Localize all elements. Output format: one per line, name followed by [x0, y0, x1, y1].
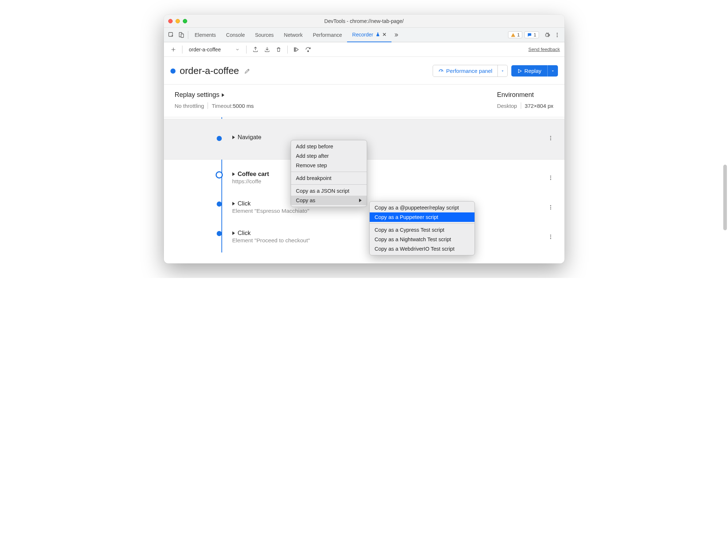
- inspect-icon[interactable]: [166, 30, 176, 40]
- device-value: Desktop: [497, 103, 517, 109]
- close-window-button[interactable]: [168, 19, 173, 23]
- step-menu-button[interactable]: [546, 173, 555, 182]
- svg-rect-6: [294, 47, 295, 51]
- svg-point-18: [550, 236, 551, 237]
- step-click-checkout[interactable]: Click Element "Proceed to checkout": [164, 219, 564, 249]
- new-recording-icon[interactable]: [168, 44, 178, 55]
- submenu-puppeteer-replay[interactable]: Copy as a @puppeteer/replay script: [370, 203, 475, 212]
- recording-selector[interactable]: order-a-coffee: [186, 47, 243, 52]
- window-title: DevTools - chrome://new-tab-page/: [187, 18, 541, 24]
- svg-point-4: [556, 34, 558, 35]
- submenu-webdriverio[interactable]: Copy as a WebdriverIO Test script: [370, 244, 475, 254]
- svg-point-13: [550, 179, 551, 180]
- step-menu-button[interactable]: [546, 232, 555, 241]
- svg-point-8: [550, 136, 551, 137]
- svg-point-7: [308, 51, 309, 52]
- expand-icon: [232, 231, 235, 235]
- svg-point-3: [556, 33, 558, 34]
- device-toggle-icon[interactable]: [176, 30, 186, 40]
- step-menu-button[interactable]: [546, 134, 555, 142]
- svg-point-19: [550, 238, 551, 239]
- messages-badge[interactable]: 1: [524, 31, 539, 38]
- svg-point-11: [550, 176, 551, 177]
- chevron-down-icon: [235, 47, 240, 52]
- submenu-caret-icon: [359, 199, 362, 202]
- step-over-icon[interactable]: [303, 44, 313, 55]
- play-icon: [517, 68, 522, 74]
- tab-performance[interactable]: Performance: [308, 28, 347, 42]
- menu-add-breakpoint[interactable]: Add breakpoint: [291, 173, 367, 183]
- caret-right-icon: [222, 93, 224, 97]
- tab-console[interactable]: Console: [221, 28, 250, 42]
- svg-point-17: [550, 235, 551, 236]
- replay-settings-toggle[interactable]: Replay settings: [175, 91, 254, 99]
- minimize-window-button[interactable]: [176, 19, 180, 23]
- menu-remove-step[interactable]: Remove step: [291, 161, 367, 170]
- delete-icon[interactable]: [274, 44, 284, 55]
- maximize-window-button[interactable]: [183, 19, 187, 23]
- settings-icon[interactable]: [542, 30, 552, 40]
- context-submenu: Copy as a @puppeteer/replay script Copy …: [369, 201, 475, 255]
- recording-header: order-a-coffee Performance panel Replay: [164, 57, 564, 84]
- warnings-badge[interactable]: 1: [508, 31, 522, 38]
- throttling-value: No throttling: [175, 103, 204, 109]
- performance-panel-dropdown[interactable]: [497, 65, 507, 77]
- timeout-label: Timeout:: [212, 103, 233, 109]
- environment-title: Environment: [497, 91, 534, 99]
- submenu-puppeteer[interactable]: Copy as a Puppeteer script: [370, 212, 475, 222]
- performance-panel-button[interactable]: Performance panel: [433, 65, 508, 77]
- svg-point-9: [550, 138, 551, 139]
- more-tabs-icon[interactable]: [391, 30, 402, 40]
- edit-title-icon[interactable]: [244, 68, 251, 74]
- title-bar: DevTools - chrome://new-tab-page/: [164, 15, 564, 28]
- tab-elements[interactable]: Elements: [190, 28, 221, 42]
- svg-point-5: [556, 36, 558, 37]
- export-icon[interactable]: [250, 44, 260, 55]
- replay-button[interactable]: Replay: [511, 65, 558, 77]
- menu-copy-as[interactable]: Copy as: [291, 196, 367, 205]
- devtools-window: DevTools - chrome://new-tab-page/ Elemen…: [164, 15, 564, 263]
- panel-tab-bar: Elements Console Sources Network Perform…: [164, 28, 564, 42]
- replay-dropdown[interactable]: [547, 65, 558, 77]
- continue-icon[interactable]: [291, 44, 302, 55]
- kebab-menu-icon[interactable]: [552, 30, 562, 40]
- gauge-icon: [438, 68, 444, 74]
- recorder-toolbar: order-a-coffee Send feedback: [164, 42, 564, 57]
- traffic-lights: [168, 19, 187, 23]
- svg-point-12: [550, 177, 551, 178]
- meta-bar: Replay settings No throttling Timeout: 5…: [164, 84, 564, 117]
- recording-indicator-icon: [170, 68, 176, 74]
- tab-recorder[interactable]: Recorder: [347, 28, 391, 42]
- import-icon[interactable]: [262, 44, 272, 55]
- steps-area: Espresso Macchiato $12.00 Navigate Coffe…: [164, 117, 564, 263]
- svg-point-10: [550, 139, 551, 140]
- viewport-value: 372×804 px: [525, 103, 554, 109]
- menu-add-step-after[interactable]: Add step after: [291, 151, 367, 161]
- tab-network[interactable]: Network: [279, 28, 308, 42]
- submenu-cypress[interactable]: Copy as a Cypress Test script: [370, 225, 475, 235]
- submenu-nightwatch[interactable]: Copy as a Nightwatch Test script: [370, 235, 475, 244]
- context-menu: Add step before Add step after Remove st…: [291, 140, 367, 207]
- timeout-value: 5000 ms: [233, 103, 254, 109]
- menu-add-step-before[interactable]: Add step before: [291, 142, 367, 151]
- menu-copy-json[interactable]: Copy as a JSON script: [291, 186, 367, 196]
- expand-icon: [232, 172, 235, 176]
- recording-title: order-a-coffee: [180, 65, 239, 77]
- svg-point-14: [550, 205, 551, 206]
- flask-icon: [375, 32, 380, 37]
- svg-rect-2: [181, 34, 184, 38]
- send-feedback-link[interactable]: Send feedback: [528, 47, 560, 52]
- expand-icon: [232, 136, 235, 139]
- svg-point-15: [550, 207, 551, 208]
- svg-point-16: [550, 208, 551, 209]
- tab-sources[interactable]: Sources: [250, 28, 279, 42]
- expand-icon: [232, 202, 235, 205]
- step-menu-button[interactable]: [546, 203, 555, 212]
- tab-close-icon[interactable]: [382, 32, 386, 36]
